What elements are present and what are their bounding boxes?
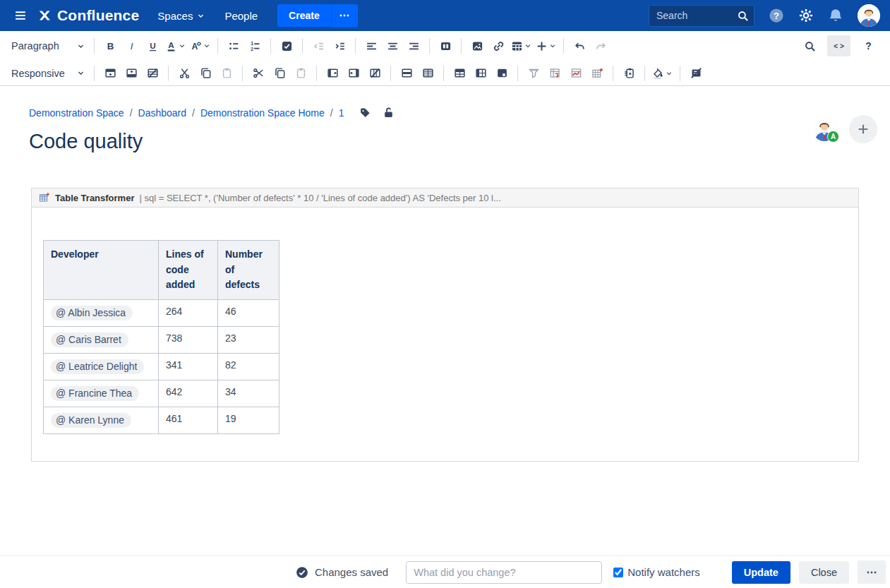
filter-button[interactable]: [523, 63, 544, 84]
sidebar-menu-button[interactable]: [10, 5, 31, 26]
page-layout-button[interactable]: [435, 35, 456, 56]
indent-button[interactable]: [329, 35, 350, 56]
paste-row-button[interactable]: [216, 63, 237, 84]
help-button[interactable]: [769, 8, 784, 23]
outdent-button[interactable]: [308, 35, 329, 56]
task-list-button[interactable]: [276, 35, 297, 56]
defects-cell[interactable]: 46: [218, 300, 279, 327]
insert-table-button[interactable]: [509, 35, 534, 56]
defects-cell[interactable]: 19: [218, 407, 279, 434]
heading-column-button[interactable]: [470, 63, 491, 84]
nav-spaces[interactable]: Spaces: [157, 10, 205, 22]
lines-cell[interactable]: 264: [159, 300, 218, 327]
add-contributor-button[interactable]: [849, 115, 877, 143]
breadcrumb-page-link[interactable]: 1: [339, 107, 344, 119]
defects-cell[interactable]: 23: [218, 327, 279, 354]
user-mention[interactable]: @ Karen Lynne: [51, 413, 131, 428]
header-number-of-defects[interactable]: Number of defects: [218, 241, 279, 300]
bullet-list-button[interactable]: [223, 35, 244, 56]
insert-image-button[interactable]: [467, 35, 488, 56]
underline-button[interactable]: [142, 35, 163, 56]
header-developer[interactable]: Developer: [44, 241, 159, 300]
copy-table-button[interactable]: [618, 63, 639, 84]
breadcrumb-space-link[interactable]: Demonstration Space: [29, 107, 124, 119]
footer-more-button[interactable]: [858, 560, 886, 584]
add-row-above-icon: [104, 67, 116, 79]
defects-cell[interactable]: 82: [218, 354, 279, 380]
developer-cell[interactable]: @ Caris Barret: [44, 327, 159, 354]
delete-row-button[interactable]: [142, 63, 163, 84]
chart-from-table-button[interactable]: [565, 63, 587, 84]
header-lines-of-code[interactable]: Lines of code added: [159, 241, 218, 300]
notifications-button[interactable]: [828, 8, 843, 23]
developer-cell[interactable]: @ Albin Jessica: [44, 300, 159, 327]
labels-tag-icon[interactable]: [359, 107, 371, 119]
source-code-button[interactable]: [827, 35, 850, 56]
text-color-button[interactable]: [163, 35, 188, 56]
user-mention[interactable]: @ Leatrice Delight: [51, 359, 144, 374]
user-mention[interactable]: @ Caris Barret: [51, 332, 128, 347]
breadcrumb-home-link[interactable]: Demonstration Space Home: [200, 107, 325, 119]
align-right-button[interactable]: [403, 35, 424, 56]
confluence-logo[interactable]: Confluence: [37, 7, 139, 24]
table-style-dropdown[interactable]: Responsive: [11, 68, 85, 79]
help-toolbar-button[interactable]: [858, 35, 879, 56]
user-avatar[interactable]: [858, 4, 880, 27]
italic-button[interactable]: [121, 35, 142, 56]
page-title[interactable]: Code quality: [29, 130, 890, 153]
cell-style-button[interactable]: [491, 63, 512, 84]
developer-cell[interactable]: @ Leatrice Delight: [44, 354, 159, 380]
copy-row-button[interactable]: [195, 63, 216, 84]
notify-watchers-checkbox[interactable]: [613, 568, 623, 577]
add-column-after-button[interactable]: [343, 63, 364, 84]
add-column-before-button[interactable]: [322, 63, 343, 84]
heading-row-button[interactable]: [449, 63, 470, 84]
insert-link-button[interactable]: [488, 35, 509, 56]
redo-button[interactable]: [590, 35, 611, 56]
add-transformer-table-button[interactable]: [587, 63, 608, 84]
user-mention[interactable]: @ Albin Jessica: [51, 306, 133, 320]
add-row-above-button[interactable]: [100, 63, 121, 84]
lines-cell[interactable]: 341: [159, 354, 218, 380]
macro-header[interactable]: Table Transformer | sql = SELECT *, ('Nu…: [31, 188, 859, 208]
cut-row-button[interactable]: [174, 63, 195, 84]
lines-cell[interactable]: 642: [159, 380, 218, 407]
developer-cell[interactable]: @ Francine Thea: [44, 380, 159, 407]
user-mention[interactable]: @ Francine Thea: [51, 386, 139, 401]
bold-button[interactable]: [100, 35, 121, 56]
create-button[interactable]: Create: [277, 4, 331, 27]
search-icon[interactable]: [737, 10, 749, 22]
formatting-options-button[interactable]: [188, 35, 212, 56]
merge-cells-button[interactable]: [396, 63, 417, 84]
align-center-button[interactable]: [382, 35, 403, 56]
developer-cell[interactable]: @ Karen Lynne: [44, 407, 159, 434]
lines-cell[interactable]: 738: [159, 327, 218, 354]
cut-column-button[interactable]: [248, 63, 269, 84]
create-more-button[interactable]: [331, 4, 358, 28]
unlock-icon[interactable]: [383, 107, 395, 119]
nav-people[interactable]: People: [224, 10, 258, 22]
contributor-avatar[interactable]: A: [812, 117, 836, 141]
pivot-table-button[interactable]: [544, 63, 565, 84]
copy-column-button[interactable]: [269, 63, 290, 84]
cell-color-button[interactable]: [650, 63, 675, 84]
align-left-button[interactable]: [361, 35, 382, 56]
close-button[interactable]: Close: [799, 561, 849, 584]
remove-table-formatting-button[interactable]: [685, 63, 706, 84]
undo-button[interactable]: [569, 35, 590, 56]
update-button[interactable]: Update: [732, 561, 790, 584]
insert-more-button[interactable]: [534, 35, 558, 56]
numbered-list-button[interactable]: [244, 35, 265, 56]
version-comment-input[interactable]: [406, 561, 602, 584]
breadcrumb-dashboard-link[interactable]: Dashboard: [138, 107, 187, 119]
paste-column-button[interactable]: [290, 63, 311, 84]
table-transformer-macro[interactable]: Table Transformer | sql = SELECT *, ('Nu…: [31, 188, 859, 462]
delete-column-button[interactable]: [364, 63, 385, 84]
settings-button[interactable]: [798, 8, 814, 23]
defects-cell[interactable]: 34: [218, 380, 279, 407]
find-button[interactable]: [799, 35, 820, 56]
add-row-below-button[interactable]: [121, 63, 142, 84]
lines-cell[interactable]: 461: [159, 407, 218, 434]
split-cells-button[interactable]: [417, 63, 438, 84]
paragraph-style-dropdown[interactable]: Paragraph: [11, 40, 85, 52]
